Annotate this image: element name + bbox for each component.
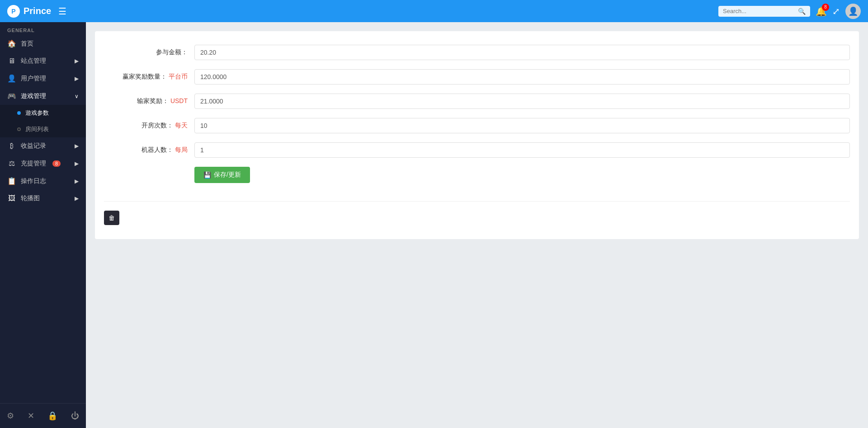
sidebar-item-user-label: 用户管理 (21, 75, 46, 83)
sidebar-item-room-list-label: 房间列表 (25, 125, 49, 133)
sidebar-item-carousel[interactable]: 🖼 轮播图 ▶ (0, 190, 86, 207)
label-robot-highlight: 每局 (175, 146, 188, 153)
avatar[interactable]: 👤 (845, 4, 861, 19)
room-list-dot (17, 127, 21, 131)
carousel-arrow: ▶ (75, 195, 79, 202)
label-robot-count: 机器人数： 每局 (104, 146, 194, 154)
fullscreen-button[interactable]: ⤢ (832, 6, 840, 17)
search-input[interactable] (723, 8, 795, 14)
header: P Prince ☰ 🔍 🔔 8 ⤢ 👤 (0, 0, 868, 22)
carousel-icon: 🖼 (7, 194, 16, 202)
layout-footer-button[interactable]: ✕ (26, 409, 36, 423)
delete-button[interactable]: 🗑 (104, 211, 119, 225)
game-manage-arrow: ∨ (75, 93, 79, 99)
input-loser-reward[interactable] (194, 94, 850, 109)
sidebar-item-home-label: 首页 (21, 40, 33, 48)
notification-button[interactable]: 🔔 8 (816, 6, 827, 17)
label-open-room-highlight: 每天 (175, 122, 188, 129)
monitor-icon: 🖥 (7, 57, 16, 65)
sidebar: GENERAL 🏠 首页 🖥 站点管理 ▶ 👤 用户管理 ▶ 🎮 遊戏管理 ∨ (0, 22, 86, 428)
notification-badge: 8 (822, 4, 829, 11)
input-robot-count[interactable] (194, 142, 850, 158)
hamburger-button[interactable]: ☰ (58, 6, 66, 17)
form-row-open-room-count: 开房次数： 每天 (104, 118, 850, 133)
form-row-join-amount: 参与金额： (104, 45, 850, 60)
logo-icon: P (7, 5, 20, 18)
sidebar-item-income-record[interactable]: ₿ 收益记录 ▶ (0, 137, 86, 155)
save-icon: 💾 (203, 171, 211, 179)
sidebar-item-game-params[interactable]: 遊戏参数 (0, 105, 86, 121)
input-winner-reward[interactable] (194, 69, 850, 85)
delete-btn-area: 🗑 (104, 201, 850, 225)
label-winner-reward: 赢家奖励数量： 平台币 (104, 73, 194, 81)
sidebar-item-user-manage[interactable]: 👤 用户管理 ▶ (0, 70, 86, 87)
sidebar-item-site-label: 站点管理 (21, 57, 46, 65)
main-content: 参与金额： 赢家奖励数量： 平台币 输家奖励： USDT (86, 22, 868, 428)
header-left: P Prince ☰ (7, 5, 66, 18)
sidebar-item-room-list[interactable]: 房间列表 (0, 121, 86, 137)
label-winner-reward-highlight: 平台币 (169, 73, 188, 80)
sidebar-item-log-label: 操作日志 (21, 177, 46, 185)
input-join-amount[interactable] (194, 45, 850, 60)
form-row-robot-count: 机器人数： 每局 (104, 142, 850, 158)
sidebar-item-game-params-label: 遊戏参数 (25, 109, 49, 117)
sidebar-section-label: GENERAL (0, 22, 86, 35)
header-right: 🔍 🔔 8 ⤢ 👤 (718, 4, 861, 19)
sidebar-item-game-manage[interactable]: 🎮 遊戏管理 ∨ (0, 87, 86, 105)
app-logo: P Prince (7, 5, 51, 18)
search-icon: 🔍 (798, 8, 806, 15)
income-arrow: ▶ (75, 143, 79, 149)
power-footer-button[interactable]: ⏻ (69, 409, 81, 423)
bitcoin-icon: ₿ (7, 142, 16, 150)
game-params-dot (17, 111, 21, 115)
log-icon: 📋 (7, 177, 16, 185)
user-icon: 👤 (7, 74, 16, 83)
game-icon: 🎮 (7, 92, 16, 100)
lock-footer-button[interactable]: 🔒 (46, 409, 59, 423)
sidebar-item-home[interactable]: 🏠 首页 (0, 35, 86, 52)
app-name: Prince (24, 6, 51, 16)
log-arrow: ▶ (75, 178, 79, 184)
sidebar-item-recharge[interactable]: ⚖ 充提管理 8 ▶ (0, 155, 86, 172)
search-box: 🔍 (718, 6, 810, 17)
sidebar-sub-game: 遊戏参数 房间列表 (0, 105, 86, 137)
save-label: 保存/更新 (214, 171, 241, 179)
sidebar-item-recharge-label: 充提管理 (21, 160, 46, 168)
scale-icon: ⚖ (7, 159, 16, 168)
label-open-room-count: 开房次数： 每天 (104, 122, 194, 130)
sidebar-item-game-label: 遊戏管理 (21, 92, 46, 100)
site-manage-arrow: ▶ (75, 58, 79, 64)
recharge-arrow: ▶ (75, 160, 79, 167)
settings-footer-button[interactable]: ⚙ (5, 409, 16, 423)
label-loser-reward: 输家奖励： USDT (104, 97, 194, 105)
save-btn-area: 💾 保存/更新 (104, 167, 850, 183)
content-card: 参与金额： 赢家奖励数量： 平台币 输家奖励： USDT (95, 31, 859, 239)
sidebar-item-site-manage[interactable]: 🖥 站点管理 ▶ (0, 52, 86, 70)
input-open-room-count[interactable] (194, 118, 850, 133)
label-loser-reward-highlight: USDT (170, 97, 188, 104)
body-wrap: GENERAL 🏠 首页 🖥 站点管理 ▶ 👤 用户管理 ▶ 🎮 遊戏管理 ∨ (0, 22, 868, 428)
save-button[interactable]: 💾 保存/更新 (194, 167, 250, 183)
form-row-winner-reward: 赢家奖励数量： 平台币 (104, 69, 850, 85)
recharge-badge: 8 (52, 160, 61, 167)
delete-icon: 🗑 (108, 214, 115, 221)
form-row-loser-reward: 输家奖励： USDT (104, 94, 850, 109)
sidebar-item-carousel-label: 轮播图 (21, 194, 40, 202)
sidebar-item-operation-log[interactable]: 📋 操作日志 ▶ (0, 172, 86, 190)
user-manage-arrow: ▶ (75, 75, 79, 82)
label-join-amount: 参与金额： (104, 48, 194, 56)
home-icon: 🏠 (7, 39, 16, 48)
sidebar-footer: ⚙ ✕ 🔒 ⏻ (0, 403, 86, 428)
sidebar-item-income-label: 收益记录 (21, 142, 46, 150)
